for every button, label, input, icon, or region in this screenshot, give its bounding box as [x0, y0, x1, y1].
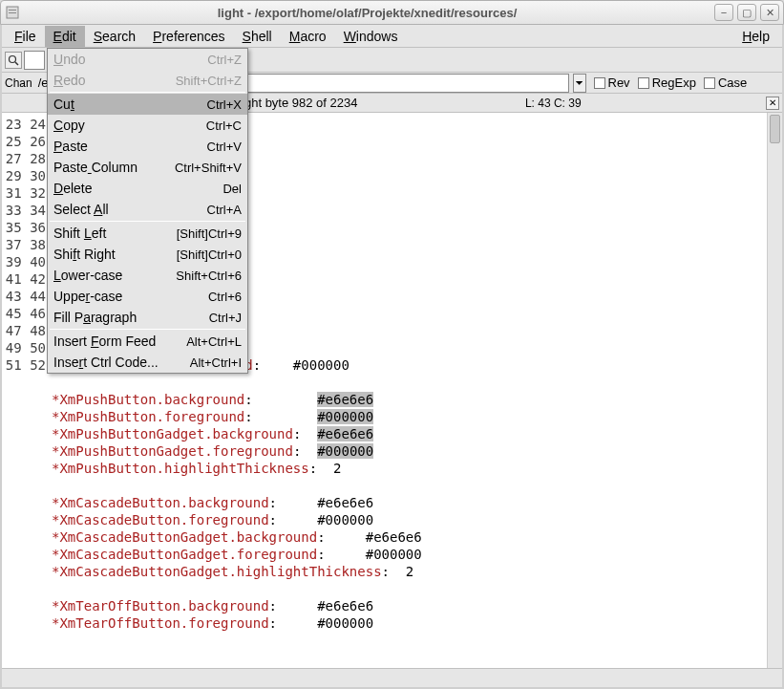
svg-rect-1: [9, 10, 16, 11]
titlebar[interactable]: light - /export/home/olaf/Projekte/xnedi…: [0, 0, 784, 25]
search-icon[interactable]: [5, 52, 22, 69]
menubar: File Edit Search Preferences Shell Macro…: [2, 25, 782, 48]
menu-windows[interactable]: Windows: [335, 26, 407, 47]
app-icon: [5, 5, 20, 20]
rev-checkbox[interactable]: Rev: [594, 75, 630, 90]
statusbar: [2, 668, 782, 687]
menu-item-undo: UndoCtrl+Z: [48, 49, 247, 70]
menu-item-fill-paragraph[interactable]: Fill ParagraphCtrl+J: [48, 307, 247, 328]
vertical-scrollbar[interactable]: [767, 113, 782, 668]
menu-item-cut[interactable]: CutCtrl+X: [48, 94, 247, 115]
menu-search[interactable]: Search: [85, 26, 144, 47]
window-title: light - /export/home/olaf/Projekte/xnedi…: [24, 6, 710, 20]
menu-item-upper-case[interactable]: Upper-caseCtrl+6: [48, 286, 247, 307]
menu-item-shift-left[interactable]: Shift Left[Shift]Ctrl+9: [48, 223, 247, 244]
svg-line-4: [15, 62, 18, 65]
minimize-button[interactable]: −: [714, 4, 733, 21]
line-number-gutter: 23 24 25 26 27 28 29 30 31 32 33 34 35 3…: [2, 113, 50, 668]
menu-item-select-all[interactable]: Select AllCtrl+A: [48, 199, 247, 220]
edit-menu-dropdown: UndoCtrl+ZRedoShift+Ctrl+ZCutCtrl+XCopyC…: [47, 48, 248, 374]
case-checkbox[interactable]: Case: [704, 75, 747, 90]
svg-point-3: [10, 55, 16, 62]
change-label2: Chan: [5, 76, 32, 90]
regexp-checkbox[interactable]: RegExp: [638, 75, 696, 90]
menu-item-insert-ctrl-code-[interactable]: Insert Ctrl Code...Alt+Ctrl+I: [48, 352, 247, 373]
menu-help[interactable]: Help: [733, 26, 778, 47]
menu-item-delete[interactable]: DeleteDel: [48, 178, 247, 199]
menu-item-insert-form-feed[interactable]: Insert Form FeedAlt+Ctrl+L: [48, 331, 247, 352]
cursor-position: L: 43 C: 39: [525, 97, 582, 110]
scrollbar-thumb[interactable]: [770, 115, 780, 143]
menu-macro[interactable]: Macro: [281, 26, 335, 47]
close-window-button[interactable]: ✕: [760, 4, 779, 21]
replace-input[interactable]: [235, 74, 569, 93]
maximize-button[interactable]: ▢: [737, 4, 756, 21]
close-tab-icon[interactable]: ✕: [766, 97, 779, 110]
menu-edit[interactable]: Edit: [45, 26, 85, 47]
menu-item-copy[interactable]: CopyCtrl+C: [48, 115, 247, 136]
svg-rect-2: [9, 12, 16, 13]
menu-item-lower-case[interactable]: Lower-caseShift+Ctrl+6: [48, 265, 247, 286]
menu-shell[interactable]: Shell: [234, 26, 281, 47]
menu-item-paste-column[interactable]: Paste ColumnCtrl+Shift+V: [48, 157, 247, 178]
menu-preferences[interactable]: Preferences: [144, 26, 234, 47]
menu-item-shift-right[interactable]: Shift Right[Shift]Ctrl+0: [48, 244, 247, 265]
find-input[interactable]: [24, 51, 45, 70]
menu-file[interactable]: File: [6, 26, 45, 47]
history-dropdown-icon[interactable]: ⏷: [573, 74, 586, 93]
menu-item-paste[interactable]: PasteCtrl+V: [48, 136, 247, 157]
menu-item-redo: RedoShift+Ctrl+Z: [48, 70, 247, 91]
